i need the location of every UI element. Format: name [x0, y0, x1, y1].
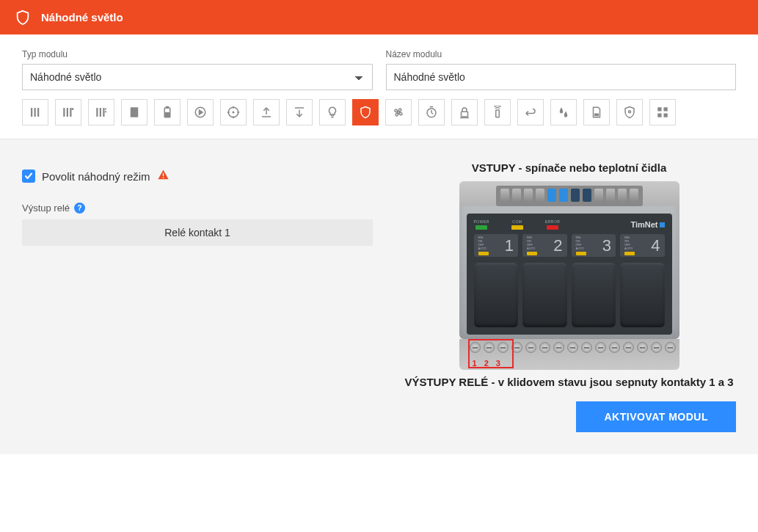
main-area: Povolit náhodný režim Výstup relé ? Relé… — [0, 139, 758, 401]
svg-point-18 — [233, 112, 234, 113]
svg-rect-3 — [63, 108, 65, 117]
module-icon-doc[interactable] — [583, 99, 610, 125]
page-header: Náhodné světlo — [0, 0, 758, 34]
module-icon-battery[interactable] — [154, 99, 181, 125]
device-illustration: POWERCOMERROR TimNet RELONOFFAUTO1RELONO… — [452, 181, 687, 370]
svg-rect-38 — [664, 107, 668, 111]
device-channel-1: RELONOFFAUTO1 — [474, 234, 519, 257]
svg-rect-39 — [657, 114, 661, 117]
device-channel-4: RELONOFFAUTO4 — [620, 234, 665, 257]
module-icon-download[interactable] — [286, 99, 313, 125]
module-icon-target[interactable] — [220, 99, 247, 125]
svg-rect-8 — [100, 108, 101, 117]
module-icon-bars2[interactable] — [55, 99, 81, 125]
svg-rect-12 — [131, 107, 139, 117]
highlight-label-1: 1 — [473, 359, 477, 368]
device-led-power: POWER — [474, 219, 489, 230]
svg-rect-9 — [103, 108, 104, 117]
highlight-label-2: 2 — [484, 359, 489, 368]
enable-random-checkbox[interactable] — [22, 170, 35, 183]
device-channel-3: RELONOFFAUTO3 — [572, 234, 616, 257]
svg-point-36 — [629, 111, 631, 113]
svg-rect-37 — [657, 107, 661, 111]
svg-rect-2 — [37, 108, 39, 117]
module-icon-bars3[interactable] — [88, 99, 114, 125]
page-title: Náhodné světlo — [41, 11, 123, 23]
module-icon-upload[interactable] — [253, 99, 280, 125]
relay-output-slot[interactable]: Relé kontakt 1 — [22, 219, 373, 246]
svg-point-10 — [105, 108, 106, 109]
module-icon-shield[interactable] — [352, 99, 379, 125]
module-icon-bulb[interactable] — [319, 99, 346, 125]
svg-rect-15 — [166, 113, 170, 117]
module-icon-drops[interactable] — [550, 99, 577, 125]
module-type-select[interactable]: Náhodné světlo — [22, 64, 373, 90]
enable-random-label: Povolit náhodný režim — [42, 170, 150, 183]
svg-rect-14 — [167, 107, 169, 109]
svg-rect-7 — [96, 108, 98, 117]
svg-rect-0 — [31, 108, 32, 117]
device-brand: TimNet — [630, 220, 657, 229]
highlight-label-3: 3 — [496, 359, 500, 368]
svg-line-30 — [431, 113, 433, 114]
svg-rect-32 — [462, 112, 468, 117]
module-icon-shield2[interactable] — [616, 99, 643, 125]
config-row: Typ modulu Náhodné světlo Název modulu — [0, 34, 758, 99]
activate-module-button[interactable]: AKTIVOVAT MODUL — [576, 401, 736, 432]
module-icon-lock[interactable] — [451, 99, 478, 125]
svg-point-6 — [72, 108, 74, 110]
svg-point-11 — [105, 111, 106, 112]
help-icon[interactable]: ? — [74, 203, 85, 214]
module-name-label: Název modulu — [386, 49, 737, 59]
svg-rect-42 — [162, 177, 163, 178]
device-led-error: ERROR — [545, 219, 561, 230]
module-name-input[interactable] — [386, 64, 737, 90]
module-icon-panel[interactable] — [121, 99, 147, 125]
relay-output-label: Výstup relé — [22, 203, 70, 214]
module-icon-remote[interactable] — [484, 99, 511, 125]
module-icon-play[interactable] — [187, 99, 214, 125]
inputs-title: VSTUPY - spínače nebo teplotní čidla — [472, 161, 667, 174]
module-icon-tray — [0, 99, 758, 139]
svg-rect-1 — [34, 108, 36, 117]
svg-rect-5 — [70, 108, 71, 117]
svg-rect-41 — [162, 173, 163, 176]
module-icon-bars1[interactable] — [22, 99, 48, 125]
svg-rect-40 — [664, 114, 668, 117]
outputs-title: VÝSTUPY RELÉ - v klidovem stavu jsou sep… — [404, 376, 733, 388]
svg-rect-4 — [67, 108, 68, 117]
module-icon-clock[interactable] — [418, 99, 445, 125]
device-led-com: COM — [511, 219, 523, 230]
shield-icon — [15, 10, 31, 26]
warning-icon — [157, 169, 170, 183]
module-icon-switch[interactable] — [517, 99, 544, 125]
svg-rect-35 — [595, 114, 599, 115]
module-icon-fan[interactable] — [385, 99, 412, 125]
device-channel-2: RELONOFFAUTO2 — [522, 234, 567, 257]
module-icon-grid[interactable] — [649, 99, 676, 125]
svg-rect-34 — [496, 110, 500, 117]
module-type-label: Typ modulu — [22, 49, 373, 59]
